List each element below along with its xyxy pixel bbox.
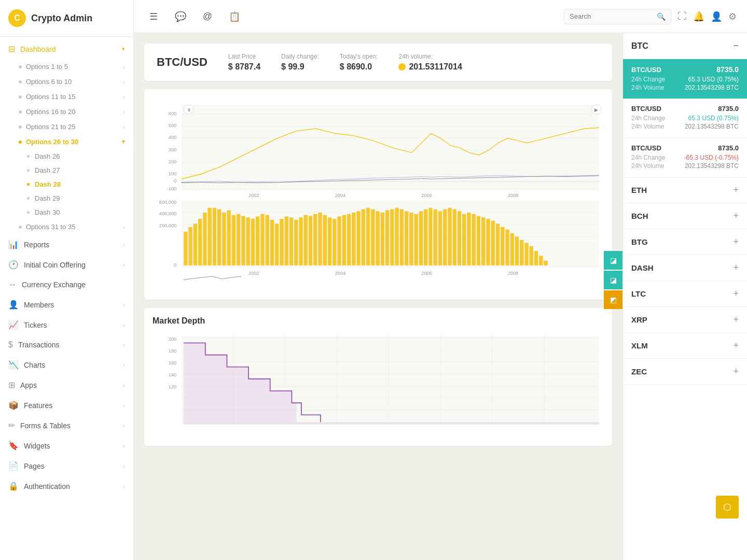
float-btn-2[interactable]: ◪ xyxy=(604,271,622,289)
members-icon: 👤 xyxy=(8,300,19,310)
svg-rect-68 xyxy=(342,215,346,265)
deep-item-dash28[interactable]: Dash 28 xyxy=(0,177,133,191)
sidebar-item-auth[interactable]: 🔒 Authentication › xyxy=(0,476,133,496)
svg-rect-42 xyxy=(217,209,221,265)
sidebar-item-charts[interactable]: 📉 Charts › xyxy=(0,355,133,375)
search-input[interactable] xyxy=(570,12,653,20)
svg-rect-54 xyxy=(275,223,279,265)
svg-rect-59 xyxy=(299,217,302,265)
members-chevron: › xyxy=(123,302,125,308)
sub-item-21to25[interactable]: Options 21 to 25 › xyxy=(0,119,133,134)
deep-item-dash27[interactable]: Dash 27 xyxy=(0,163,133,177)
btg-section[interactable]: BTG + xyxy=(623,229,747,255)
svg-text:2008: 2008 xyxy=(508,193,519,198)
dash-section[interactable]: DASH + xyxy=(623,255,747,281)
apps-chevron: › xyxy=(123,382,125,388)
sidebar-item-pages[interactable]: 📄 Pages › xyxy=(0,456,133,476)
svg-rect-86 xyxy=(428,208,432,265)
svg-rect-77 xyxy=(385,210,389,265)
sidebar-item-widgets[interactable]: 🔖 Widgets › xyxy=(0,436,133,456)
sidebar-item-members[interactable]: 👤 Members › xyxy=(0,295,133,315)
search-box[interactable]: 🔍 xyxy=(564,9,671,24)
svg-text:0: 0 xyxy=(174,178,176,184)
settings-icon[interactable]: ⚙ xyxy=(728,11,737,22)
sub-item-31to35[interactable]: Options 31 to 35 › xyxy=(0,219,133,234)
svg-rect-75 xyxy=(376,211,379,265)
market-depth-svg: 200 180 160 140 120 xyxy=(153,332,604,436)
sub-item-6to10[interactable]: Options 6 to 10 › xyxy=(0,74,133,89)
svg-text:200,000: 200,000 xyxy=(159,223,176,228)
svg-rect-58 xyxy=(294,220,298,265)
sidebar-item-transactions[interactable]: $ Transactions › xyxy=(0,335,133,355)
hamburger-button[interactable]: ☰ xyxy=(144,7,163,26)
svg-rect-79 xyxy=(395,208,398,265)
sidebar-item-features[interactable]: 📦 Features › xyxy=(0,395,133,415)
sub-item-1to5[interactable]: Options 1 to 5 › xyxy=(0,59,133,74)
btc-collapse-button[interactable]: − xyxy=(733,40,739,51)
sidebar-item-reports[interactable]: 📊 Reports › xyxy=(0,234,133,255)
svg-rect-40 xyxy=(208,208,211,265)
deep-item-dash30[interactable]: Dash 30 xyxy=(0,205,133,219)
btci-pos-change-label: 24h Change xyxy=(631,115,665,122)
btcusd-title: BTC/USD xyxy=(157,55,208,69)
svg-text:2002: 2002 xyxy=(248,271,259,276)
eth-section[interactable]: ETH + xyxy=(623,177,747,203)
ltc-section[interactable]: LTC + xyxy=(623,281,747,307)
btc-active-volume-label: 24h Volume xyxy=(631,84,664,91)
float-btn-1[interactable]: ◪ xyxy=(604,251,622,270)
sidebar-item-dashboard[interactable]: ⊟ Dashboard ▾ xyxy=(0,39,133,59)
notification-icon[interactable]: 🔔 xyxy=(693,11,704,22)
zec-section[interactable]: ZEC + xyxy=(623,359,747,385)
xrp-section[interactable]: XRP + xyxy=(623,307,747,333)
svg-text:2008: 2008 xyxy=(508,271,519,276)
at-button[interactable]: @ xyxy=(198,7,217,26)
sub-item-16to20[interactable]: Options 16 to 20 › xyxy=(0,104,133,119)
sub-item-26to30[interactable]: Options 26 to 30 ▾ xyxy=(0,134,133,149)
sidebar-item-forms[interactable]: ✏ Forms & Tables › xyxy=(0,415,133,436)
float-bottom-button[interactable]: ⬡ xyxy=(716,496,739,519)
sidebar-item-tickers[interactable]: 📈 Tickers › xyxy=(0,315,133,335)
svg-rect-100 xyxy=(496,223,500,265)
sidebar-item-ico[interactable]: 🕐 Initial Coin Offering › xyxy=(0,255,133,275)
svg-rect-83 xyxy=(414,214,418,265)
daily-change-value: $ 99.9 xyxy=(281,62,319,72)
header: ☰ 💬 @ 📋 🔍 ⛶ 🔔 👤 ⚙ xyxy=(134,0,747,33)
auth-chevron: › xyxy=(123,483,125,489)
todays-open-label: Today's open: xyxy=(340,53,378,60)
svg-rect-96 xyxy=(477,216,480,265)
clipboard-button[interactable]: 📋 xyxy=(225,7,244,26)
svg-rect-73 xyxy=(366,208,370,265)
ltc-expand-icon: + xyxy=(733,288,739,299)
chevron-1to5: › xyxy=(123,64,125,70)
sidebar-item-apps[interactable]: ⊞ Apps › xyxy=(0,375,133,395)
svg-rect-63 xyxy=(318,213,322,265)
svg-text:-100: -100 xyxy=(167,186,177,191)
exchange-icon: ↔ xyxy=(8,280,17,289)
deep-item-dash29[interactable]: Dash 29 xyxy=(0,191,133,205)
svg-rect-80 xyxy=(400,209,404,265)
float-btn-3[interactable]: ◩ xyxy=(604,290,622,309)
sidebar-item-exchange[interactable]: ↔ Currency Exchange xyxy=(0,275,133,295)
svg-text:200: 200 xyxy=(169,159,176,164)
bch-section[interactable]: BCH + xyxy=(623,203,747,229)
btc-header-title: BTC xyxy=(631,41,648,51)
btc-card-negative: BTC/USD 8735.0 24h Change -65.3 USD (-0.… xyxy=(623,138,747,177)
svg-text:2004: 2004 xyxy=(335,271,346,276)
xrp-expand-icon: + xyxy=(733,314,739,325)
dashboard-icon: ⊟ xyxy=(8,44,15,54)
sub-item-11to15[interactable]: Options 11 to 15 › xyxy=(0,89,133,104)
pages-chevron: › xyxy=(123,463,125,469)
user-icon[interactable]: 👤 xyxy=(711,11,722,22)
todays-open-item: Today's open: $ 8690.0 xyxy=(340,53,378,72)
features-icon: 📦 xyxy=(8,400,19,410)
chat-button[interactable]: 💬 xyxy=(171,7,190,26)
xlm-section[interactable]: XLM + xyxy=(623,333,747,359)
deep-item-dash26[interactable]: Dash 26 xyxy=(0,149,133,163)
chevron-11to15: › xyxy=(123,94,125,100)
svg-rect-60 xyxy=(304,215,308,265)
svg-rect-82 xyxy=(409,213,413,265)
content-area: BTC/USD Last Price $ 8787.4 Daily change… xyxy=(134,33,747,560)
svg-rect-101 xyxy=(501,227,504,265)
fullscreen-icon[interactable]: ⛶ xyxy=(677,11,687,22)
svg-text:600: 600 xyxy=(169,111,176,116)
